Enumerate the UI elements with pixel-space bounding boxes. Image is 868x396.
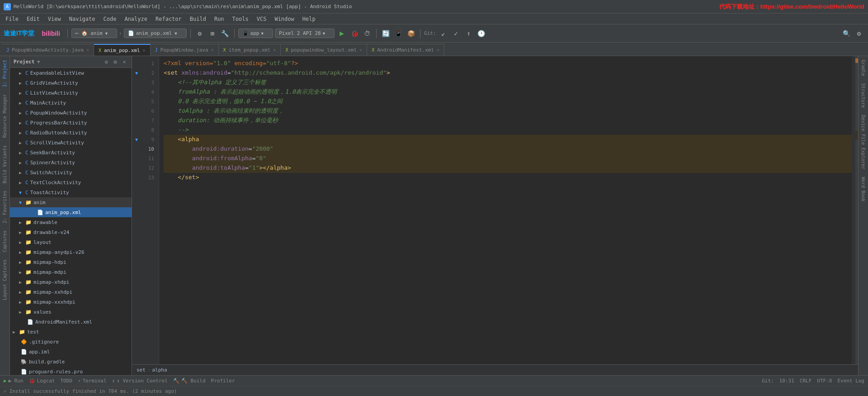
avd-icon[interactable]: 📱 xyxy=(393,28,404,39)
tree-item-drawable-v24[interactable]: ▶ 📁 drawable-v24 xyxy=(10,227,132,237)
event-log[interactable]: Event Log xyxy=(837,378,864,384)
sidebar-tab-captures[interactable]: Captures xyxy=(1,227,9,256)
status-vcs[interactable]: ↕ ↕ Version Control xyxy=(112,378,168,384)
tab-popupwindow[interactable]: J PopupWindow.java × xyxy=(151,44,219,56)
tab-close-4[interactable]: × xyxy=(273,48,276,52)
tree-item-popupwindowactivity[interactable]: ▶ C PopupWindowActivity xyxy=(10,108,132,118)
tab-close-5[interactable]: × xyxy=(359,48,362,52)
tree-item-progressbaractivity[interactable]: ▶ C ProgressBarActivity xyxy=(10,118,132,128)
tab-close-6[interactable]: × xyxy=(437,48,439,52)
sidebar-tab-buildvariants[interactable]: Build Variants xyxy=(1,142,9,187)
tree-item-mipmap-hdpi[interactable]: ▶ 📁 mipmap-hdpi xyxy=(10,257,132,267)
fold-arrow-9[interactable]: ▼ xyxy=(135,137,138,142)
menu-tools[interactable]: Tools xyxy=(229,15,252,23)
tree-item-mipmap-xxxhdpi[interactable]: ▶ 📁 mipmap-xxxhdpi xyxy=(10,297,132,307)
tree-item-buildgradle[interactable]: 🐘 build.gradle xyxy=(10,357,132,367)
settings2-icon[interactable]: ⚙ xyxy=(854,28,864,39)
settings-icon[interactable]: ⚙ xyxy=(194,28,205,39)
tree-item-scrollviewactivity[interactable]: ▶ C ScrollViewActivity xyxy=(10,138,132,148)
tree-item-expandablelistview[interactable]: ▶ C ExpandableListView xyxy=(10,68,132,78)
tab-anim-pop[interactable]: X anim_pop.xml × xyxy=(94,44,151,56)
status-terminal[interactable]: ⚡ Terminal xyxy=(78,378,107,384)
menu-vcs[interactable]: VCS xyxy=(253,15,270,23)
status-todo[interactable]: TODO xyxy=(61,378,73,384)
git-update-icon[interactable]: ↙ xyxy=(438,28,449,39)
tree-item-mipmap-mdpi[interactable]: ▶ 📁 mipmap-mdpi xyxy=(10,267,132,277)
tree-item-spinneractivity[interactable]: ▶ C SpinnerActivity xyxy=(10,157,132,167)
panel-close-icon[interactable]: × xyxy=(121,58,128,66)
breadcrumb-alpha[interactable]: alpha xyxy=(152,367,167,373)
tree-item-mipmap-anydpi[interactable]: ▶ 📁 mipmap-anydpi-v26 xyxy=(10,247,132,257)
panel-layout-icon[interactable]: ⊞ xyxy=(112,58,119,66)
tab-close-3[interactable]: × xyxy=(211,48,214,52)
tree-item-radiobuttonactivity[interactable]: ▶ C RadioButtonActivity xyxy=(10,128,132,138)
tree-item-anim-folder[interactable]: ▼ 📁 anim xyxy=(10,197,132,207)
tab-close-1[interactable]: × xyxy=(86,48,89,52)
search-icon[interactable]: 🔍 xyxy=(841,28,852,39)
menu-analyze[interactable]: Analyze xyxy=(121,15,151,23)
status-build[interactable]: 🔨 🔨 Build xyxy=(173,378,206,384)
code-content[interactable]: <?xml version="1.0" encoding="utf-8"?> <… xyxy=(159,56,852,364)
tree-item-values[interactable]: ▶ 📁 values xyxy=(10,307,132,317)
run-config-dropdown[interactable]: 📱 app ▼ xyxy=(238,29,273,38)
git-history-icon[interactable]: 🕐 xyxy=(476,28,487,39)
tree-item-androidmanifest[interactable]: 📄 AndroidManifest.xml xyxy=(10,317,132,327)
fold-arrow-2[interactable]: ▼ xyxy=(135,71,138,76)
tab-item-popup[interactable]: X item_popup.xml × xyxy=(219,44,281,56)
tree-item-gitignore[interactable]: 🔶 .gitignore xyxy=(10,337,132,347)
sync-icon[interactable]: 🔄 xyxy=(380,28,391,39)
menu-help[interactable]: Help xyxy=(299,15,319,23)
debug-icon[interactable]: 🐞 xyxy=(349,28,360,39)
menu-file[interactable]: File xyxy=(2,15,22,23)
tree-item-mipmap-xxhdpi[interactable]: ▶ 📁 mipmap-xxhdpi xyxy=(10,287,132,297)
tree-item-textclockactivity[interactable]: ▶ C TextClockActivity xyxy=(10,177,132,187)
panel-settings-icon[interactable]: ⚙ xyxy=(103,58,110,66)
tree-item-appiml[interactable]: 📄 app.iml xyxy=(10,347,132,357)
tree-item-gridviewactivity[interactable]: ▶ C GridViewActivity xyxy=(10,78,132,88)
device-dropdown[interactable]: Pixel 2 API 28 ▼ xyxy=(275,29,335,38)
tree-item-layout[interactable]: ▶ 📁 layout xyxy=(10,237,132,247)
sidebar-tab-resource[interactable]: Resource Manager xyxy=(1,91,9,141)
right-tab-gradle[interactable]: Gradle xyxy=(859,56,867,80)
tab-popupwindowactivity[interactable]: J PopupWindowActivity.java × xyxy=(2,44,94,56)
layout-icon[interactable]: ⊞ xyxy=(207,28,218,39)
right-tab-structure[interactable]: Structure xyxy=(859,80,867,111)
tree-item-switchactivity[interactable]: ▶ C SwitchActivity xyxy=(10,167,132,177)
tree-item-proguard[interactable]: 📄 proguard-rules.pro xyxy=(10,367,132,375)
git-push-icon[interactable]: ↑ xyxy=(463,28,474,39)
project-dropdown[interactable]: ⟵ 🏠 anim ▼ xyxy=(71,29,117,38)
tab-popupwindow-layout[interactable]: X popupwindow_layout.xml × xyxy=(281,44,367,56)
menu-view[interactable]: View xyxy=(44,15,65,23)
git-commit-icon[interactable]: ✓ xyxy=(451,28,462,39)
menu-navigate[interactable]: Navigate xyxy=(66,15,99,23)
tree-item-mipmap-xhdpi[interactable]: ▶ 📁 mipmap-xhdpi xyxy=(10,277,132,287)
menu-edit[interactable]: Edit xyxy=(23,15,43,23)
status-profiler[interactable]: Profiler xyxy=(211,378,235,384)
status-logcat[interactable]: 🐞 Logcat xyxy=(29,378,55,384)
tree-item-mainactivity[interactable]: ▶ C MainActivity xyxy=(10,98,132,108)
menu-window[interactable]: Window xyxy=(271,15,297,23)
sidebar-tab-favorites[interactable]: 2: Favorites xyxy=(1,187,9,227)
breadcrumb-set[interactable]: set xyxy=(137,367,146,373)
right-tab-wordbook[interactable]: Word Book xyxy=(859,173,867,205)
menu-run[interactable]: Run xyxy=(211,15,228,23)
run-icon[interactable]: ▶ xyxy=(336,28,347,39)
tree-item-drawable[interactable]: ▶ 📁 drawable xyxy=(10,217,132,227)
tree-item-listviewactivity[interactable]: ▶ C ListViewActivity xyxy=(10,88,132,98)
status-run[interactable]: ▶ ▶ Run xyxy=(4,378,24,384)
tree-item-anim-pop-xml[interactable]: 📄 anim_pop.xml xyxy=(10,207,132,217)
menu-code[interactable]: Code xyxy=(100,15,120,23)
menu-build[interactable]: Build xyxy=(186,15,210,23)
tab-close-2[interactable]: × xyxy=(143,48,146,53)
right-tab-device-explorer[interactable]: Device File Explorer xyxy=(859,111,867,173)
tree-item-toastactivity[interactable]: ▼ C ToastActivity xyxy=(10,187,132,197)
tool-icon[interactable]: 🔧 xyxy=(220,28,231,39)
sidebar-tab-project[interactable]: 1: Project xyxy=(1,56,9,91)
sidebar-tab-layout-captures[interactable]: Layout Captures xyxy=(1,256,9,304)
tree-item-test[interactable]: ▶ 📁 test xyxy=(10,327,132,337)
menu-refactor[interactable]: Refactor xyxy=(152,15,185,23)
file-dropdown[interactable]: 📄 anim_pop.xml ▼ xyxy=(124,29,187,38)
tab-androidmanifest[interactable]: X AndroidManifest.xml × xyxy=(367,44,444,56)
profile-icon[interactable]: ⏱ xyxy=(362,28,373,39)
sdk-icon[interactable]: 📦 xyxy=(406,28,416,39)
